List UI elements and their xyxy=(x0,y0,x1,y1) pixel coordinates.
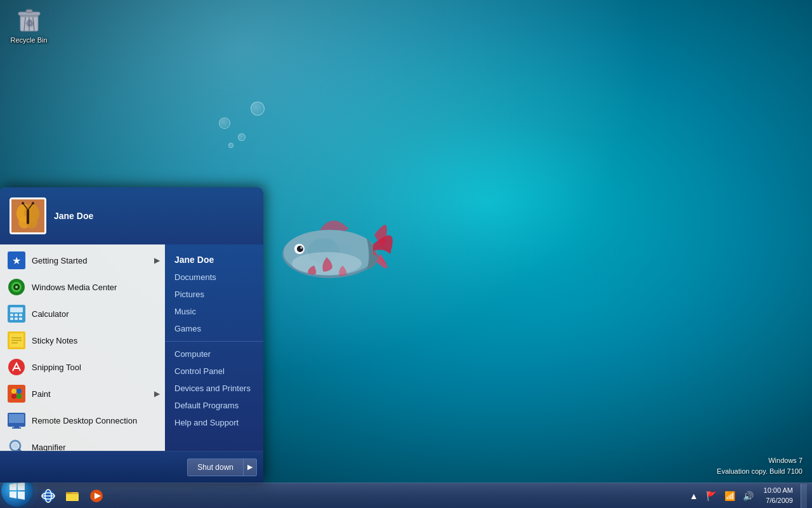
start-menu: Jane Doe ★ Getting Started ▶ xyxy=(0,187,263,483)
pinned-programs-list: ★ Getting Started ▶ Windows Media Center xyxy=(0,244,165,451)
right-item-help-support[interactable]: Help and Support xyxy=(165,414,263,431)
recycle-bin-icon[interactable]: ♻ Recycle Bin xyxy=(5,3,53,44)
calculator-icon xyxy=(6,304,27,324)
svg-text:♻: ♻ xyxy=(25,18,33,28)
svg-point-25 xyxy=(22,202,24,204)
calculator-label: Calculator xyxy=(32,309,69,319)
right-panel-divider xyxy=(165,341,263,342)
svg-rect-35 xyxy=(10,314,13,316)
snipping-tool-label: Snipping Tool xyxy=(32,363,81,372)
shutdown-options-button[interactable]: ▶ xyxy=(244,458,257,476)
svg-rect-38 xyxy=(10,318,13,320)
svg-text:★: ★ xyxy=(12,255,21,266)
magnifier-label: Magnifier xyxy=(32,443,65,451)
paint-icon xyxy=(6,384,27,404)
right-item-control-panel[interactable]: Control Panel xyxy=(165,363,263,380)
bubble-4 xyxy=(251,102,265,116)
snipping-tool-icon xyxy=(6,357,27,377)
system-tray: ▲ 🚩 📶 🔊 10:00 AM 7/6/2009 xyxy=(687,483,812,509)
getting-started-arrow: ▶ xyxy=(154,256,160,265)
media-player-taskbar-button[interactable] xyxy=(85,485,108,507)
version-line1: Windows 7 xyxy=(717,455,802,466)
svg-point-50 xyxy=(16,389,22,394)
desktop: ♻ Recycle Bin xyxy=(0,0,812,508)
svg-rect-55 xyxy=(14,425,19,427)
svg-point-51 xyxy=(11,394,16,399)
menu-item-getting-started[interactable]: ★ Getting Started ▶ xyxy=(0,247,165,274)
user-profile-bar: Jane Doe xyxy=(0,187,263,244)
menu-item-paint[interactable]: Paint ▶ xyxy=(0,380,165,407)
svg-line-59 xyxy=(19,450,23,451)
menu-item-magnifier[interactable]: Magnifier xyxy=(0,434,165,451)
media-center-icon xyxy=(6,277,27,297)
svg-point-46 xyxy=(8,359,25,375)
clock-time: 10:00 AM xyxy=(764,486,793,495)
svg-rect-68 xyxy=(66,494,79,501)
menu-bottom-bar: Shut down ▶ xyxy=(0,451,263,483)
sticky-notes-icon xyxy=(6,330,27,351)
menu-item-media-center[interactable]: Windows Media Center xyxy=(0,274,165,300)
svg-point-49 xyxy=(11,389,16,394)
windows-version-info: Windows 7 Evaluation copy. Build 7100 xyxy=(717,455,802,476)
menu-item-remote-desktop[interactable]: Remote Desktop Connection xyxy=(0,407,165,434)
bubble-2 xyxy=(238,133,246,141)
recycle-bin-svg: ♻ xyxy=(14,3,44,34)
tray-network-icon[interactable]: 📶 xyxy=(722,490,738,502)
clock-display[interactable]: 10:00 AM 7/6/2009 xyxy=(759,486,798,505)
tray-up-arrow[interactable]: ▲ xyxy=(687,490,701,502)
tray-volume-icon[interactable]: 🔊 xyxy=(740,490,756,502)
svg-rect-22 xyxy=(27,209,29,224)
recycle-bin-label: Recycle Bin xyxy=(10,36,47,44)
clock-date: 7/6/2009 xyxy=(766,496,793,505)
svg-point-58 xyxy=(12,443,18,449)
svg-rect-48 xyxy=(8,385,25,403)
getting-started-icon: ★ xyxy=(6,250,27,271)
taskbar: ▲ 🚩 📶 🔊 10:00 AM 7/6/2009 xyxy=(0,483,812,508)
ie-taskbar-button[interactable] xyxy=(37,485,60,507)
right-item-jane-doe[interactable]: Jane Doe xyxy=(165,251,263,269)
svg-point-26 xyxy=(32,202,34,204)
bubble-1 xyxy=(219,117,230,129)
bubble-3 xyxy=(228,143,233,148)
menu-item-sticky-notes[interactable]: Sticky Notes xyxy=(0,327,165,354)
sticky-notes-label: Sticky Notes xyxy=(32,336,77,345)
menu-body: ★ Getting Started ▶ Windows Media Center xyxy=(0,244,263,451)
right-item-computer[interactable]: Computer xyxy=(165,345,263,363)
menu-item-calculator[interactable]: Calculator xyxy=(0,300,165,327)
remote-desktop-label: Remote Desktop Connection xyxy=(32,416,137,425)
svg-rect-39 xyxy=(15,318,18,320)
file-explorer-taskbar-button[interactable] xyxy=(61,485,84,507)
fish-decoration xyxy=(266,197,406,324)
media-center-label: Windows Media Center xyxy=(32,283,117,292)
right-item-devices-printers[interactable]: Devices and Printers xyxy=(165,380,263,397)
right-item-pictures[interactable]: Pictures xyxy=(165,286,263,303)
svg-rect-40 xyxy=(19,318,22,320)
svg-point-15 xyxy=(300,246,303,249)
user-name: Jane Doe xyxy=(54,211,93,221)
svg-rect-6 xyxy=(26,10,32,13)
right-item-default-programs[interactable]: Default Programs xyxy=(165,397,263,414)
shutdown-button[interactable]: Shut down xyxy=(187,458,244,476)
getting-started-label: Getting Started xyxy=(32,256,87,265)
tray-flag-icon[interactable]: 🚩 xyxy=(704,490,719,502)
svg-point-14 xyxy=(297,246,303,252)
right-item-documents[interactable]: Documents xyxy=(165,269,263,286)
svg-rect-56 xyxy=(12,427,21,429)
user-avatar[interactable] xyxy=(10,197,46,234)
paint-arrow: ▶ xyxy=(154,389,160,398)
menu-item-snipping-tool[interactable]: Snipping Tool xyxy=(0,354,165,380)
svg-rect-36 xyxy=(15,314,18,316)
taskbar-quick-launch xyxy=(37,485,108,507)
remote-desktop-icon xyxy=(6,410,27,431)
right-item-games[interactable]: Games xyxy=(165,320,263,337)
svg-rect-54 xyxy=(9,414,24,423)
right-item-music[interactable]: Music xyxy=(165,303,263,320)
svg-rect-34 xyxy=(10,307,23,312)
version-line2: Evaluation copy. Build 7100 xyxy=(717,466,802,477)
svg-point-52 xyxy=(16,394,22,399)
svg-rect-37 xyxy=(19,314,22,316)
svg-point-32 xyxy=(15,286,18,288)
windows-logo-icon xyxy=(8,482,26,500)
left-panel: ★ Getting Started ▶ Windows Media Center xyxy=(0,244,165,451)
show-desktop-button[interactable] xyxy=(801,484,807,508)
